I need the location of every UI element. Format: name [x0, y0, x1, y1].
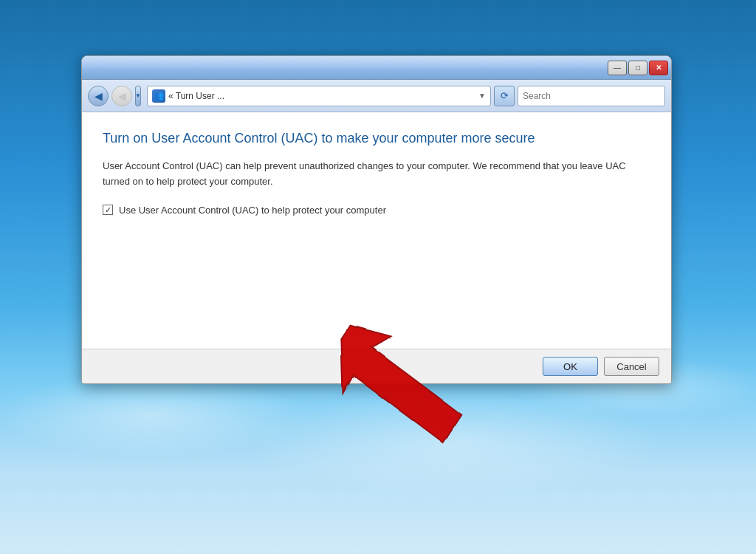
back-button[interactable]: ◀ [88, 86, 109, 106]
refresh-button[interactable]: ⟳ [494, 86, 515, 106]
minimize-button[interactable]: — [608, 61, 627, 75]
nav-dropdown-button[interactable]: ▼ [135, 86, 141, 106]
users-icon: 👥 [152, 89, 165, 103]
search-input[interactable] [523, 91, 660, 101]
description-text: User Account Control (UAC) can help prev… [103, 159, 650, 190]
close-button[interactable]: ✕ [649, 61, 668, 75]
refresh-icon: ⟳ [501, 90, 509, 101]
navigation-bar: ◀ ◀ ▼ 👥 « Turn User ... ▼ ⟳ [82, 80, 671, 112]
main-heading: Turn on User Account Control (UAC) to ma… [103, 130, 650, 147]
search-bar [518, 86, 665, 106]
ok-button[interactable]: OK [543, 357, 598, 376]
uac-window: — □ ✕ ◀ ◀ ▼ 👥 « Turn User ... ▼ [81, 55, 672, 384]
uac-checkbox-label: Use User Account Control (UAC) to help p… [119, 205, 386, 216]
chevron-down-icon: ▼ [135, 92, 141, 99]
breadcrumb-bar: 👥 « Turn User ... ▼ [147, 86, 491, 106]
breadcrumb-dropdown-icon: ▼ [478, 92, 486, 100]
uac-checkbox[interactable] [103, 205, 113, 215]
content-area: Turn on User Account Control (UAC) to ma… [82, 112, 671, 349]
title-bar-buttons: — □ ✕ [608, 61, 668, 75]
forward-icon: ◀ [118, 90, 126, 102]
title-bar: — □ ✕ [82, 56, 671, 80]
back-icon: ◀ [94, 90, 103, 102]
forward-button[interactable]: ◀ [111, 86, 132, 106]
action-bar: OK Cancel [82, 349, 671, 383]
maximize-button[interactable]: □ [628, 61, 647, 75]
cancel-button[interactable]: Cancel [604, 357, 659, 376]
uac-checkbox-row: Use User Account Control (UAC) to help p… [103, 205, 650, 216]
breadcrumb-text: « Turn User ... [168, 91, 475, 101]
